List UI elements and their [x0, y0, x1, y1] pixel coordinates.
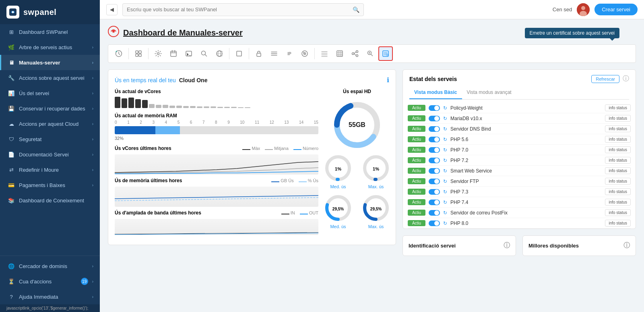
reload-icon[interactable]: ↻ — [443, 210, 447, 216]
user-avatar[interactable] — [577, 3, 590, 16]
vcores-label: Ús actual de vCores — [115, 89, 318, 94]
sidebar-item-ajuda[interactable]: ? Ajuda Immediata › — [0, 289, 100, 304]
service-toggle[interactable] — [429, 137, 440, 142]
service-info-button[interactable]: info status — [605, 199, 631, 206]
status-badge: Actiu — [408, 189, 425, 195]
millores-info-icon[interactable]: ⓘ — [623, 241, 630, 250]
realtime-info-icon[interactable]: ℹ — [387, 76, 389, 84]
service-toggle[interactable] — [429, 116, 440, 121]
toolbar-btn-clock[interactable] — [111, 46, 126, 61]
service-toggle[interactable] — [429, 189, 440, 195]
sidebar-item-seguretat[interactable]: 🛡 Seguretat › — [0, 131, 100, 147]
vcore-bar — [245, 107, 250, 108]
ram-bar-fill2 — [155, 126, 180, 134]
service-info-button[interactable]: info status — [605, 178, 631, 185]
toolbar-btn-connections[interactable] — [348, 46, 362, 61]
wrench-icon: 🔧 — [8, 74, 15, 81]
reload-icon[interactable]: ↻ — [443, 220, 447, 226]
toolbar-btn-terminal[interactable] — [182, 46, 196, 61]
service-toggle[interactable] — [429, 147, 440, 153]
sidebar-item-conservar[interactable]: 💾 Conservar i recuperar dades › — [0, 101, 100, 116]
service-info-button[interactable]: info status — [605, 209, 631, 216]
service-toggle[interactable] — [429, 126, 440, 132]
reload-icon[interactable]: ↻ — [443, 158, 447, 163]
toolbar-btn-certificate[interactable] — [378, 46, 393, 61]
service-row: Actiu ↻ PHP 7.4 info status — [408, 197, 631, 208]
reload-icon[interactable]: ↻ — [443, 179, 447, 184]
sidebar-item-dashboard[interactable]: ⊞ Dashboard SWPanel — [0, 24, 100, 40]
sidebar-item-documentacio[interactable]: 📄 Documentació Servei › — [0, 147, 100, 162]
refresh-button[interactable]: Refrescar — [591, 75, 619, 83]
service-info-button[interactable]: info status — [605, 125, 631, 132]
service-toggle[interactable] — [429, 200, 440, 205]
reload-icon[interactable]: ↻ — [443, 137, 447, 142]
sidebar-item-manuales[interactable]: 🖥 Manuales-server › — [0, 55, 100, 70]
create-service-button[interactable]: Crear servei — [594, 4, 638, 15]
toolbar-btn-ip[interactable]: IP — [282, 46, 297, 61]
vcores-legend: Màx Mitjana Número — [242, 146, 318, 151]
toolbar-btn-calendar[interactable] — [166, 46, 181, 61]
toolbar-btn-listview[interactable] — [317, 46, 332, 61]
service-name: PHP 5.6 — [450, 137, 602, 142]
service-row: Actiu ↻ Servidor de correu PostFix info … — [408, 208, 631, 218]
sidebar-item-cercador[interactable]: 🌐 Cercador de dominis › — [0, 258, 100, 274]
collapse-button[interactable]: ◀ — [106, 4, 118, 15]
sidebar-item-accions-servei[interactable]: 🔧 Accions sobre aquest servei › — [0, 70, 100, 85]
sidebar-item-dashboard-coneixement[interactable]: 📚 Dashboard de Coneixement — [0, 193, 100, 208]
vcore-bar — [122, 98, 127, 108]
svg-rect-10 — [136, 54, 138, 56]
toolbar-btn-search2[interactable] — [197, 46, 211, 61]
reload-icon[interactable]: ↻ — [443, 189, 447, 195]
reload-icon[interactable]: ↻ — [443, 116, 447, 121]
service-info-button[interactable]: info status — [605, 146, 631, 153]
service-toggle[interactable] — [429, 105, 440, 111]
service-info-button[interactable]: info status — [605, 157, 631, 164]
toolbar-btn-settings[interactable] — [151, 46, 165, 61]
search-input[interactable] — [127, 6, 353, 12]
toolbar-btn-list2[interactable] — [267, 46, 281, 61]
services-info-icon[interactable]: ⓘ — [623, 75, 629, 83]
service-info-button[interactable]: info status — [605, 220, 631, 227]
sidebar-item-redefinir[interactable]: ⇄ Redefinir i Moure › — [0, 162, 100, 177]
service-info-button[interactable]: info status — [605, 167, 631, 174]
service-toggle[interactable] — [429, 179, 440, 184]
tab-basic[interactable]: Vista modus Bàsic — [409, 86, 462, 99]
service-info-button[interactable]: info status — [605, 104, 631, 111]
millores-title: Millores disponibles ⓘ — [528, 241, 630, 250]
toolbar-btn-gauge[interactable] — [297, 46, 312, 61]
sidebar-item-accions-cloud[interactable]: ☁ Accions per aquest Cloud › — [0, 116, 100, 131]
service-info-button[interactable]: info status — [605, 188, 631, 195]
service-info-button[interactable]: info status — [605, 115, 631, 122]
service-toggle[interactable] — [429, 220, 440, 226]
service-toggle[interactable] — [429, 168, 440, 174]
tab-advanced[interactable]: Vista modus avançat — [462, 86, 516, 99]
chevron-right-icon5: › — [92, 106, 93, 111]
reload-icon[interactable]: ↻ — [443, 200, 447, 205]
service-name: Smart Web Service — [450, 168, 602, 174]
toolbar-btn-square[interactable] — [232, 46, 246, 61]
sidebar-item-arbre[interactable]: 🌿 Arbre de serveis actius › — [0, 40, 100, 55]
identificacio-info-icon[interactable]: ⓘ — [504, 241, 510, 250]
service-toggle[interactable] — [429, 158, 440, 163]
search-icon: 🔍 — [353, 6, 359, 13]
service-row: Actiu ↻ Servidor DNS Bind info status — [408, 124, 631, 134]
toolbar-btn-network[interactable] — [212, 46, 227, 61]
reload-icon[interactable]: ↻ — [443, 105, 447, 111]
service-name: PHP 7.0 — [450, 147, 602, 153]
service-info-button[interactable]: info status — [605, 136, 631, 143]
reload-icon[interactable]: ↻ — [443, 168, 447, 174]
vcores-chart — [115, 154, 318, 175]
logo-icon — [6, 6, 19, 19]
service-toggle[interactable] — [429, 210, 440, 216]
toolbar-btn-lock[interactable] — [252, 46, 266, 61]
sidebar-item-pagaments[interactable]: 💳 Pagaments i Baixes › — [0, 177, 100, 193]
toolbar-btn-modules[interactable] — [131, 46, 146, 61]
sidebar-item-us-servei[interactable]: 📊 Ús del servei › — [0, 85, 100, 101]
toolbar-btn-magnify[interactable] — [363, 46, 378, 61]
reload-icon[interactable]: ↻ — [443, 126, 447, 132]
chevron-right-icon11: › — [92, 264, 93, 268]
toolbar-btn-table[interactable] — [332, 46, 347, 61]
vcore-bar — [128, 98, 134, 108]
sidebar-item-cua[interactable]: ⏳ Cua d'accions 19 › — [0, 274, 100, 289]
reload-icon[interactable]: ↻ — [443, 147, 447, 153]
